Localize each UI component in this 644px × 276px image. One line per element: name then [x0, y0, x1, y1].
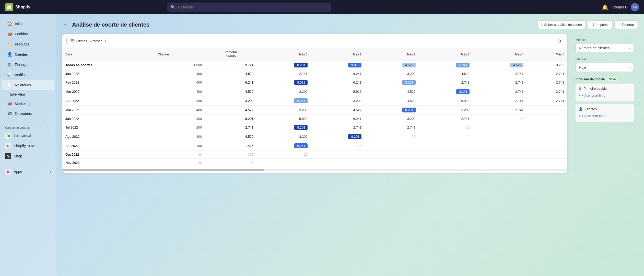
cell-clientes: 600: [155, 78, 205, 87]
cell-data: Jan 2022: [62, 70, 155, 78]
exportar-button[interactable]: ↑ Exportar: [614, 20, 638, 29]
cell-data: Ago 2022: [62, 132, 155, 141]
search-input[interactable]: [167, 3, 331, 12]
cell-mes3: 2.741: [419, 78, 473, 87]
cell-clientes: 100: [155, 141, 205, 151]
metrica-select[interactable]: Número de clientes: [576, 44, 634, 52]
cell-mes4: 2.741: [473, 96, 526, 106]
loja-virtual-icon: 🛍: [5, 133, 11, 139]
intervalo-select[interactable]: Hoje: [576, 63, 634, 72]
cell-data: Mai 2022: [62, 106, 155, 115]
shop-icon: ◎: [5, 153, 11, 159]
date-filter-button[interactable]: 📅 Últimos 12 meses ▾: [66, 37, 110, 45]
print-icon: 🖨: [592, 23, 595, 27]
content-area: ← Análise de coorte de clientes ℹ Sobre …: [56, 14, 644, 276]
cell-mes0: 3.209: [256, 106, 310, 115]
notifications-button[interactable]: 🔔: [601, 3, 609, 11]
table-row: Jan 20224004.5222.7416.2413.2094.5222.74…: [62, 70, 567, 78]
cell-mes0: 8.201: [256, 61, 310, 70]
metrica-label: Métrica: [576, 38, 634, 42]
sidebar-item-shop[interactable]: ◎ Shop: [0, 151, 56, 161]
sidebar-item-pedidos[interactable]: 📦 Pedidos: [2, 29, 54, 39]
inclusion-section: Inclusão de coorte Novo ⊞ Primeiro pedid…: [576, 77, 634, 122]
sidebar-apps[interactable]: ⊞ Apps ›: [0, 167, 56, 177]
table-row: Fev 20226006.2419.0136.2418.2012.7412.74…: [62, 78, 567, 87]
cell-mes4: [473, 159, 526, 167]
cell-mes2: 25: [365, 132, 418, 141]
dropdown-icon: ▾: [105, 39, 107, 43]
cell-data: Jun 2022: [62, 115, 155, 123]
cell-mes0: 5.913: [256, 115, 310, 123]
table-scrollbar[interactable]: [62, 169, 567, 171]
imprimir-button[interactable]: 🖨 Imprimir: [588, 20, 612, 29]
cell-mes4: 2.741: [473, 106, 526, 115]
cell-primeiro: 4.522: [205, 87, 256, 96]
first-order-filter: ⊞ Primeiro pedido + + Adicionar filtro: [576, 84, 634, 101]
shopify-icon: [5, 3, 13, 11]
sobre-button[interactable]: ℹ Sobre a análise de coorte: [537, 20, 586, 29]
sidebar-item-shopify-pdv[interactable]: S Shopify PDV: [0, 141, 56, 151]
topbar-right: 🔔 Cooper H. AG: [601, 3, 639, 11]
sidebar-label-financas: Finanças: [15, 63, 29, 67]
table-row: Nov 20222025: [62, 159, 567, 167]
user-button[interactable]: Cooper H. AG: [612, 3, 639, 11]
sidebar-item-marketing[interactable]: 📣 Marketing: [2, 99, 54, 109]
cell-mes2: 3.209: [365, 70, 418, 78]
sidebar-item-relatorios[interactable]: 📄 Relatórios: [2, 80, 54, 90]
cell-mes1: 9.013: [311, 61, 365, 70]
clientes-filter: 👤 Clientes + + Adicionar filtro: [576, 104, 634, 122]
cell-mes3: 25: [419, 123, 473, 132]
sidebar-item-clientes[interactable]: 👤 Clientes: [2, 49, 54, 59]
col-header-mes2: Mês 2: [365, 48, 418, 61]
cell-primeiro: 301: [205, 151, 256, 159]
add-filter-button-1[interactable]: + + Adicionar filtro: [579, 93, 605, 98]
sidebar-label-shopify-pdv: Shopify PDV: [14, 144, 34, 148]
col-header-data: Data: [62, 48, 155, 61]
page-header: ← Análise de coorte de clientes ℹ Sobre …: [62, 20, 638, 29]
cell-mes4: [473, 141, 526, 151]
cell-mes1: 6.241: [311, 115, 365, 123]
cell-mes5: [526, 159, 567, 167]
cell-mes5: [526, 123, 567, 132]
cell-primeiro: 1.425: [205, 141, 256, 151]
cell-primeiro: 8.201: [205, 115, 256, 123]
cell-mes1: 8.201: [311, 132, 365, 141]
cell-mes4: [473, 151, 526, 159]
cell-mes4: 25: [473, 115, 526, 123]
cell-mes0: 3.209: [256, 132, 310, 141]
cell-mes2: 3.209: [365, 115, 418, 123]
cell-mes5: 2.741: [526, 70, 567, 78]
cell-mes3: 5.913: [419, 96, 473, 106]
col-header-primeiro: Primeiropedido: [205, 48, 256, 61]
cell-clientes: 800: [155, 115, 205, 123]
cell-clientes: 300: [155, 96, 205, 106]
customers-icon: 👤: [7, 52, 12, 57]
calendar-icon: 📅: [70, 39, 74, 43]
sidebar-item-loja-virtual[interactable]: 🛍 Loja virtual: [0, 131, 56, 141]
table-row: Out 20223030125: [62, 151, 567, 159]
reports-icon: 📄: [7, 83, 12, 87]
cell-mes1: [311, 159, 365, 167]
sidebar-item-inicio[interactable]: 🏠 Início: [2, 19, 54, 29]
scrollbar-thumb: [62, 169, 264, 171]
sidebar-sub-liveview[interactable]: Live View: [0, 90, 56, 98]
sidebar-label-pedidos: Pedidos: [15, 32, 28, 36]
table-settings-button[interactable]: ⚙: [555, 37, 563, 45]
cell-clientes: 400: [155, 132, 205, 141]
sidebar-item-financas[interactable]: 🏦 Finanças: [2, 60, 54, 70]
cell-data: Jul 2022: [62, 123, 155, 132]
sidebar-item-descontos[interactable]: 🏷 Descontos: [2, 109, 54, 119]
sidebar-label-produtos: Produtos: [15, 42, 29, 46]
cell-mes4: [473, 123, 526, 132]
cell-mes5: 2.741: [526, 78, 567, 87]
cell-mes1: 25: [311, 141, 365, 151]
sidebar-item-produtos[interactable]: 🏷️ Produtos: [2, 39, 54, 49]
cell-mes1: 2.741: [311, 123, 365, 132]
back-button[interactable]: ←: [62, 21, 69, 28]
sidebar-item-analises[interactable]: 📊 Análises: [2, 70, 54, 80]
sidebar-label-loja-virtual: Loja virtual: [14, 134, 31, 138]
add-filter-button-2[interactable]: + + Adicionar filtro: [579, 113, 605, 119]
cell-primeiro: 4.522: [205, 106, 256, 115]
cell-mes5: 2.741: [526, 87, 567, 96]
cell-mes2: 4.522: [365, 87, 418, 96]
